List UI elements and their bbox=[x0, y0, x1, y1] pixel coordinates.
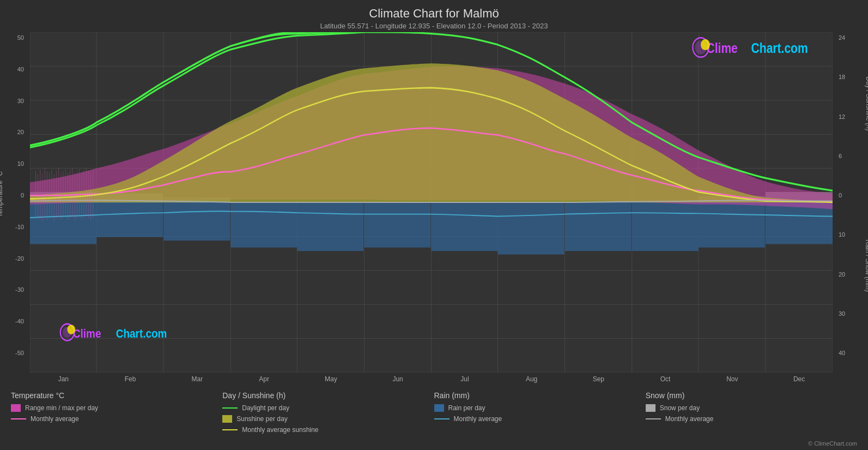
right-axis-title-bottom: Rain / Snow (mm) bbox=[864, 239, 868, 292]
x-label-apr: Apr bbox=[230, 375, 298, 383]
x-label-dec: Dec bbox=[766, 375, 833, 383]
plot-area: Temperature °C 50 40 30 20 10 0 -10 -20 … bbox=[0, 32, 868, 373]
rain-avg-line bbox=[434, 418, 450, 419]
legend-sunshine-avg-label: Monthly average sunshine bbox=[242, 426, 318, 434]
legend-rain-day-label: Rain per day bbox=[448, 404, 485, 412]
chart-container: Climate Chart for Malmö Latitude 55.571 … bbox=[0, 0, 868, 450]
svg-rect-29 bbox=[297, 202, 363, 251]
legend-snow-avg: Monthly average bbox=[646, 415, 857, 423]
svg-text:Chart.com: Chart.com bbox=[116, 327, 167, 340]
legend-rain-day: Rain per day bbox=[434, 404, 646, 412]
legend-snow: Snow (mm) Snow per day Monthly average bbox=[646, 391, 857, 437]
x-label-jul: Jul bbox=[432, 375, 499, 383]
legend-sunshine-avg: Monthly average sunshine bbox=[222, 426, 434, 434]
chart-header: Climate Chart for Malmö Latitude 55.571 … bbox=[0, 0, 868, 32]
svg-rect-36 bbox=[766, 202, 833, 244]
legend-temp-avg-label: Monthly average bbox=[31, 415, 79, 423]
chart-subtitle: Latitude 55.571 - Longitude 12.935 - Ele… bbox=[0, 22, 868, 30]
legend-rain: Rain (mm) Rain per day Monthly average bbox=[434, 391, 646, 437]
x-label-aug: Aug bbox=[498, 375, 565, 383]
legend-rain-title: Rain (mm) bbox=[434, 391, 646, 400]
legend-snow-day: Snow per day bbox=[646, 404, 857, 412]
svg-rect-32 bbox=[498, 202, 564, 255]
legend-sunshine-title: Day / Sunshine (h) bbox=[222, 391, 434, 400]
svg-rect-30 bbox=[364, 202, 430, 248]
copyright: © ClimeChart.com bbox=[0, 440, 868, 450]
svg-text:Clime: Clime bbox=[73, 327, 101, 340]
daylight-line bbox=[222, 407, 238, 409]
legend-daylight-label: Daylight per day bbox=[242, 404, 289, 412]
x-label-jun: Jun bbox=[365, 375, 432, 383]
legend-temperature: Temperature °C Range min / max per day M… bbox=[11, 391, 222, 437]
sunshine-swatch bbox=[222, 415, 232, 423]
svg-rect-34 bbox=[632, 202, 699, 251]
x-label-may: May bbox=[298, 375, 365, 383]
x-label-nov: Nov bbox=[699, 375, 766, 383]
x-label-sep: Sep bbox=[565, 375, 632, 383]
rain-swatch bbox=[434, 404, 444, 412]
sunshine-avg-line bbox=[222, 429, 238, 430]
chart-title: Climate Chart for Malmö bbox=[0, 7, 868, 21]
svg-text:Chart.com: Chart.com bbox=[751, 40, 808, 56]
legend-rain-avg: Monthly average bbox=[434, 415, 646, 423]
svg-rect-35 bbox=[699, 202, 765, 248]
snow-avg-line bbox=[646, 418, 661, 419]
temp-avg-line bbox=[11, 418, 26, 419]
chart-wrapper: Temperature °C 50 40 30 20 10 0 -10 -20 … bbox=[0, 32, 868, 386]
temp-range-swatch bbox=[11, 404, 21, 412]
plot-svg: Clime Chart.com Clime Chart.com bbox=[30, 32, 833, 373]
svg-rect-26 bbox=[96, 202, 163, 237]
legend-daylight: Daylight per day bbox=[222, 404, 434, 412]
left-axis-title: Temperature °C bbox=[0, 171, 4, 217]
svg-rect-28 bbox=[230, 202, 297, 248]
legend-sunshine-day: Sunshine per day bbox=[222, 415, 434, 423]
legend-sunshine: Day / Sunshine (h) Daylight per day Suns… bbox=[222, 391, 434, 437]
legend-sunshine-day-label: Sunshine per day bbox=[236, 415, 287, 423]
legend-section: Temperature °C Range min / max per day M… bbox=[0, 386, 868, 440]
x-label-mar: Mar bbox=[164, 375, 231, 383]
plot-svg-container: Clime Chart.com Clime Chart.com bbox=[30, 32, 833, 373]
svg-point-77 bbox=[67, 325, 75, 334]
x-axis-labels: Jan Feb Mar Apr May Jun Jul Aug Sep Oct … bbox=[0, 373, 868, 386]
legend-temp-title: Temperature °C bbox=[11, 391, 222, 400]
legend-temp-range-label: Range min / max per day bbox=[25, 404, 98, 412]
svg-rect-33 bbox=[565, 202, 632, 251]
right-axis: Day / Sunshine (h) Rain / Snow (mm) 24 1… bbox=[833, 32, 868, 356]
svg-rect-27 bbox=[163, 202, 230, 241]
legend-snow-day-label: Snow per day bbox=[660, 404, 700, 412]
snow-swatch bbox=[646, 404, 655, 412]
svg-text:Clime: Clime bbox=[707, 40, 738, 56]
svg-rect-31 bbox=[432, 202, 498, 251]
svg-point-72 bbox=[701, 39, 710, 50]
x-label-feb: Feb bbox=[97, 375, 164, 383]
left-axis: Temperature °C 50 40 30 20 10 0 -10 -20 … bbox=[0, 32, 30, 356]
x-label-oct: Oct bbox=[632, 375, 699, 383]
legend-snow-title: Snow (mm) bbox=[646, 391, 857, 400]
legend-rain-avg-label: Monthly average bbox=[454, 415, 502, 423]
legend-temp-range: Range min / max per day bbox=[11, 404, 222, 412]
legend-snow-avg-label: Monthly average bbox=[665, 415, 714, 423]
right-axis-title-top: Day / Sunshine (h) bbox=[864, 76, 868, 130]
x-label-jan: Jan bbox=[30, 375, 97, 383]
legend-temp-avg: Monthly average bbox=[11, 415, 222, 423]
